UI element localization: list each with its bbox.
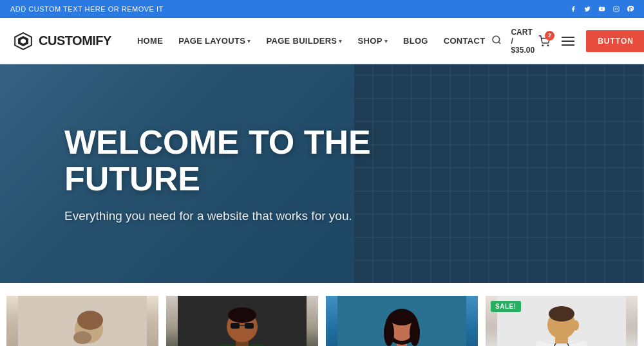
svg-point-10 (73, 331, 91, 344)
nav-contact[interactable]: CONTACT (437, 31, 492, 51)
search-button[interactable] (491, 35, 502, 47)
svg-rect-17 (245, 323, 254, 329)
page-layouts-arrow: ▾ (247, 38, 251, 44)
hero-subtitle: Everything you need for a website that w… (64, 209, 386, 223)
hamburger-menu[interactable] (559, 34, 577, 48)
svg-point-26 (389, 310, 415, 325)
cart-badge: 2 (545, 31, 554, 41)
product-card-3[interactable] (326, 296, 478, 346)
svg-point-35 (549, 306, 574, 322)
shop-arrow: ▾ (384, 38, 388, 44)
main-nav: HOME PAGE LAYOUTS ▾ PAGE BUILDERS ▾ SHOP… (131, 31, 492, 51)
svg-line-4 (499, 42, 501, 44)
svg-point-19 (228, 307, 256, 323)
sale-badge: SALE! (491, 301, 521, 312)
announcement-text: ADD CUSTOM TEXT HERE OR REMOVE IT (10, 5, 164, 13)
svg-rect-16 (231, 323, 240, 329)
svg-point-5 (542, 45, 544, 46)
product-card-2[interactable] (166, 296, 318, 346)
svg-point-36 (573, 320, 579, 331)
svg-point-6 (547, 45, 549, 46)
svg-point-3 (493, 36, 500, 43)
hero-title: WELCOME TO THE FUTURE (64, 124, 386, 197)
logo-icon (13, 31, 33, 51)
hero-section: WELCOME TO THE FUTURE Everything you nee… (0, 64, 644, 283)
header: CUSTOMIFY HOME PAGE LAYOUTS ▾ PAGE BUILD… (0, 18, 644, 64)
cart-icon-wrapper: 2 (538, 35, 550, 47)
youtube-icon[interactable] (598, 6, 605, 12)
header-right: CART / $35.00 2 BUTTON (491, 28, 644, 55)
instagram-icon[interactable] (613, 6, 620, 12)
svg-point-27 (384, 320, 394, 346)
logo-text: CUSTOMIFY (39, 33, 111, 48)
product-card-4[interactable]: SALE! ★ (486, 296, 638, 346)
nav-page-builders[interactable]: PAGE BUILDERS ▾ (260, 31, 348, 51)
svg-point-11 (77, 311, 103, 330)
pinterest-icon[interactable] (627, 6, 634, 12)
svg-rect-1 (614, 6, 619, 12)
cart-label: CART / $35.00 (511, 28, 535, 55)
nav-page-layouts[interactable]: PAGE LAYOUTS ▾ (172, 31, 257, 51)
nav-blog[interactable]: BLOG (397, 31, 435, 51)
nav-home[interactable]: HOME (131, 31, 169, 51)
social-icons-group (570, 6, 634, 12)
product-card-1[interactable] (6, 296, 158, 346)
products-row: SALE! ★ (0, 283, 644, 346)
announcement-bar: ADD CUSTOM TEXT HERE OR REMOVE IT (0, 0, 644, 18)
nav-shop[interactable]: SHOP ▾ (352, 31, 394, 51)
cart-button[interactable]: CART / $35.00 2 (511, 28, 550, 55)
page-builders-arrow: ▾ (339, 38, 342, 44)
header-button[interactable]: BUTTON (586, 30, 644, 52)
twitter-icon[interactable] (584, 6, 591, 12)
svg-point-28 (410, 320, 420, 346)
logo[interactable]: CUSTOMIFY (13, 31, 111, 51)
hero-content: WELCOME TO THE FUTURE Everything you nee… (0, 124, 451, 223)
facebook-icon[interactable] (570, 6, 576, 12)
